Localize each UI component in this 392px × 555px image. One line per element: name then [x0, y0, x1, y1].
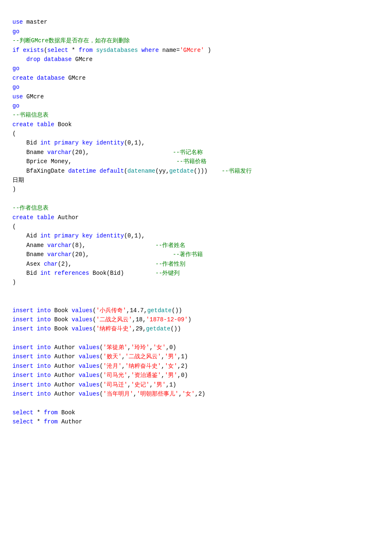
line-select-book: select * from Book [12, 409, 75, 416]
blank-2 [12, 289, 16, 295]
line-bname: Bname varchar(20), --书记名称 [12, 149, 203, 156]
line-open-paren-2: ( [12, 223, 16, 230]
blank-3 [12, 298, 16, 304]
line-insert-author3: insert into Author values('沧月','纳粹奋斗史','… [12, 363, 188, 369]
line-close-paren-1: ) [12, 186, 16, 193]
line-aname: Aname varchar(8), --作者姓名 [12, 242, 185, 249]
line-insert-book1: insert into Book values('小兵传奇',14.7,getd… [12, 307, 182, 314]
code-editor: use master go --判断GMcre数据库是否存在，如存在则删除 if… [12, 8, 380, 427]
line-insert-book3: insert into Book values('纳粹奋斗史',29,getda… [12, 325, 181, 332]
line-insert-author2: insert into Author values('败天','二战之风云','… [12, 353, 188, 360]
line-aid: Aid int primary key identity(0,1), [12, 232, 145, 239]
line-bname2: Bname varchar(20), --著作书籍 [12, 251, 203, 258]
line-bprice: Bprice Money, --书籍价格 [12, 158, 207, 165]
line-asex: Asex char(2), --作者性别 [12, 261, 185, 267]
blank-1 [12, 196, 16, 202]
line-insert-author4: insert into Author values('司马光','资治通鉴','… [12, 372, 188, 379]
line-insert-author1: insert into Author values('笨徒弟','玲玲','女'… [12, 344, 176, 351]
line-go-1: go [12, 28, 19, 35]
blank-5 [12, 400, 16, 406]
line-insert-author6: insert into Author values('当年明月','明朝那些事儿… [12, 391, 205, 397]
line-bfaxing: BfaXingDate datetime default(datename(yy… [12, 168, 252, 183]
line-create-book: create table Book [12, 121, 72, 128]
line-create-author: create table Author [12, 214, 79, 221]
line-insert-book2: insert into Book values('二战之风云',18,'1878… [12, 316, 191, 323]
blank-4 [12, 335, 16, 342]
line-comment-book: --书籍信息表 [12, 112, 49, 118]
line-use-master: use master [12, 19, 47, 25]
line-go-4: go [12, 103, 19, 109]
line-bid: Bid int primary key identity(0,1), [12, 139, 145, 146]
line-open-paren-1: ( [12, 130, 16, 137]
line-go-2: go [12, 65, 19, 72]
line-select-author: select * from Author [12, 418, 82, 425]
line-use-gmcre: use GMcre [12, 93, 44, 100]
line-go-3: go [12, 84, 19, 90]
line-comment-author: --作者信息表 [12, 205, 49, 211]
line-if-exists: if exists(select * from sysdatabases whe… [12, 47, 211, 54]
line-create-db: create database GMcre [12, 75, 85, 81]
line-comment-1: --判断GMcre数据库是否存在，如存在则删除 [12, 37, 130, 44]
line-close-paren-2: ) [12, 279, 16, 286]
line-drop: drop database GMcre [12, 56, 93, 63]
line-insert-author5: insert into Author values('司马迁','史记','男'… [12, 381, 176, 388]
line-bid-ref: Bid int references Book(Bid) --外键列 [12, 270, 180, 276]
